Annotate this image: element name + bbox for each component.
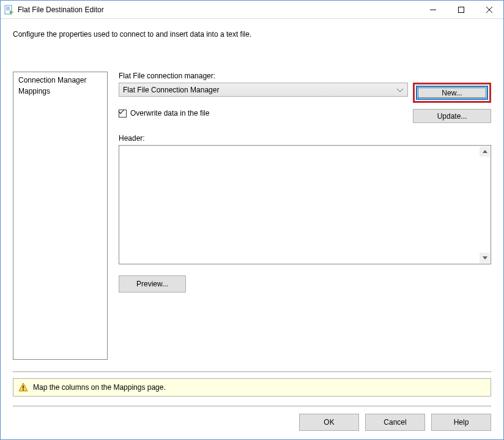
description-text: Configure the properties used to connect… <box>1 19 503 39</box>
overwrite-checkbox[interactable]: Overwrite data in the file <box>119 109 209 117</box>
svg-point-9 <box>23 389 24 390</box>
connection-manager-select[interactable]: Flat File Connection Manager <box>119 83 408 97</box>
overwrite-label: Overwrite data in the file <box>130 109 209 117</box>
minimize-button[interactable] <box>419 1 447 19</box>
update-button-label: Update... <box>437 112 467 121</box>
preview-button-label: Preview... <box>136 280 168 288</box>
new-button-label: New... <box>442 89 462 97</box>
preview-button[interactable]: Preview... <box>119 275 186 293</box>
sidebar-item-connection-manager[interactable]: Connection Manager <box>13 75 107 86</box>
divider <box>13 406 491 406</box>
checkbox-box <box>119 110 127 117</box>
svg-rect-5 <box>459 7 464 12</box>
scroll-up-icon[interactable] <box>480 146 490 157</box>
ok-button-label: OK <box>324 418 334 427</box>
header-label: Header: <box>119 134 491 143</box>
close-button[interactable] <box>475 1 503 19</box>
window-title: Flat File Destination Editor <box>18 6 104 14</box>
update-button[interactable]: Update... <box>413 109 491 123</box>
sidebar-item-mappings[interactable]: Mappings <box>13 86 107 97</box>
warning-icon <box>18 382 28 392</box>
cancel-button-label: Cancel <box>384 418 406 427</box>
new-button-highlight: New... <box>413 83 491 103</box>
connection-manager-label: Flat File connection manager: <box>119 72 491 80</box>
chevron-down-icon <box>395 86 405 94</box>
status-message: Map the columns on the Mappings page. <box>33 383 166 392</box>
page-navigator: Connection Manager Mappings <box>13 72 108 360</box>
status-bar: Map the columns on the Mappings page. <box>13 378 491 397</box>
help-button-label: Help <box>454 418 469 427</box>
ok-button[interactable]: OK <box>299 414 359 431</box>
scroll-down-icon[interactable] <box>480 253 490 263</box>
divider <box>13 371 491 372</box>
titlebar: Flat File Destination Editor <box>1 1 503 19</box>
dialog-buttons: OK Cancel Help <box>299 414 491 431</box>
new-button[interactable]: New... <box>416 86 488 100</box>
header-textarea[interactable] <box>119 145 491 264</box>
help-button[interactable]: Help <box>431 414 491 431</box>
cancel-button[interactable]: Cancel <box>365 414 425 431</box>
maximize-button[interactable] <box>447 1 475 19</box>
connection-manager-selected: Flat File Connection Manager <box>123 86 219 94</box>
app-icon <box>4 5 14 15</box>
